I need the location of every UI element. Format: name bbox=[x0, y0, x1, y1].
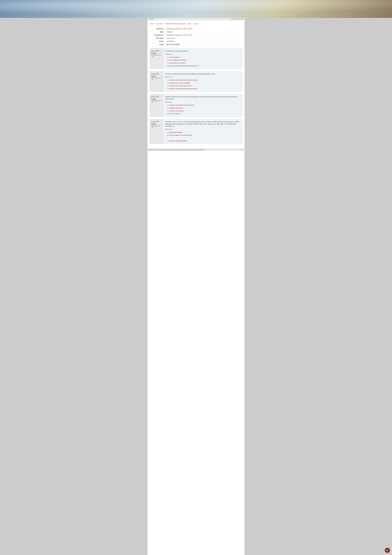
select-one-label-4: Select one: bbox=[165, 128, 240, 130]
question-status-2: Correct bbox=[151, 75, 162, 77]
answer-item-1-2: B. Has a significant disability bbox=[165, 59, 240, 62]
breadcrumb-home[interactable]: Home bbox=[150, 23, 154, 25]
question-points-1: 1.00 points out of 1.00 bbox=[151, 54, 162, 57]
info-row-completed: Completed on Wednesday, February 5, 2020… bbox=[150, 34, 242, 37]
footer-page: 1/7 bbox=[242, 149, 243, 150]
select-one-label-2: Select one: bbox=[165, 76, 240, 78]
check-icon: ✔ bbox=[198, 65, 199, 67]
question-points-2: 1.00 points out of 1.00 bbox=[151, 77, 162, 80]
completed-on-label: Completed on bbox=[150, 34, 165, 37]
points-value: 34.00/35.00 bbox=[165, 40, 242, 43]
answer-item-2-3: C. Students with vision impairments✔ bbox=[165, 84, 240, 87]
page-wrapper: 2/5/2020 Quiz 3: Attempt review Home / M… bbox=[147, 18, 245, 555]
browser-date: 2/5/2020 bbox=[149, 18, 154, 20]
answer-item-1-3: C. Has more than one talent bbox=[165, 62, 240, 65]
question-block-1: Question 1 Correct 1.00 points out of 1.… bbox=[150, 48, 242, 69]
question-label-2: Question 2 bbox=[151, 73, 162, 75]
question-status-3: Correct bbox=[151, 98, 162, 100]
footer-url: https://moodle.ulm.edu/mod/quiz/review.p… bbox=[149, 149, 204, 150]
answer-item-3-3: C. Students with epilepsy bbox=[165, 110, 240, 112]
question-label-1: Question 1 bbox=[151, 50, 162, 52]
answer-item-3-1: A. Students with attention deficit disor… bbox=[165, 104, 240, 107]
answer-item-2-2: B. Students with learning disabilities bbox=[165, 81, 240, 84]
breadcrumb-course[interactable]: SPED4007-64593-Spring 2020 bbox=[165, 23, 185, 25]
completed-on-value: Wednesday, February 5, 2020, 2:16 PM bbox=[165, 34, 242, 37]
time-taken-label: Time taken bbox=[150, 37, 165, 40]
answer-item-3-4: D. All of the above✔ bbox=[165, 112, 240, 115]
info-row-started: Started on Wednesday, February 5, 2020, … bbox=[150, 27, 242, 30]
question-text-2: The term students with high-incidence di… bbox=[165, 73, 240, 75]
question-label-3: Question 3 bbox=[151, 95, 162, 98]
question-block-4: Question 4 Correct 1.00 points out of 1.… bbox=[150, 119, 242, 144]
grade-value: 97.14 out of 100.00 bbox=[165, 43, 242, 46]
answer-item-3-2: B. Students with asthma bbox=[165, 107, 240, 110]
question-text-1: A student who is "twice exceptional" bbox=[165, 50, 240, 52]
answer-item bbox=[165, 137, 240, 139]
floating-icon: ▶ bbox=[386, 549, 388, 552]
grade-label: Grade bbox=[150, 43, 165, 46]
breadcrumb-sep3: / bbox=[186, 23, 186, 25]
answer-item-4-4: D. Specific learning disability✔ bbox=[165, 139, 240, 142]
answer-item-1-1: A. Is multi-disabled bbox=[165, 56, 240, 59]
question-text-4: A disorder in one or more of the basic p… bbox=[165, 121, 240, 127]
header-banner bbox=[0, 0, 392, 18]
question-status-1: Correct bbox=[151, 52, 162, 54]
floating-button[interactable]: ▶ bbox=[385, 548, 390, 553]
question-sidebar-1: Question 1 Correct 1.00 points out of 1.… bbox=[150, 48, 163, 69]
state-label: State bbox=[150, 30, 165, 34]
browser-bar: 2/5/2020 Quiz 3: Attempt review bbox=[147, 18, 245, 20]
question-sidebar-3: Question 3 Correct 1.00 points out of 1.… bbox=[150, 94, 163, 117]
started-on-value: Wednesday, February 5, 2020, 2:12 PM bbox=[165, 27, 242, 30]
question-content-4: A disorder in one or more of the basic p… bbox=[163, 119, 242, 144]
question-points-3: 1.00 points out of 1.00 bbox=[151, 100, 162, 103]
answer-item-4-1: A. Intellectual disability bbox=[165, 131, 240, 134]
select-one-label-1: Select one: bbox=[165, 53, 240, 55]
breadcrumb-sep4: / bbox=[193, 23, 193, 25]
grade-number: 97.14 out of 100.00 bbox=[167, 44, 180, 45]
check-icon: ✔ bbox=[191, 85, 192, 87]
breadcrumb-quiz[interactable]: Quiz 3 bbox=[194, 23, 198, 25]
breadcrumb-topic[interactable]: Topic 3 bbox=[187, 23, 192, 25]
answer-item-2-4: D. Students with speech/language impairm… bbox=[165, 87, 240, 90]
info-row-points: Points 34.00/35.00 bbox=[150, 40, 242, 43]
select-one-label-3: Select one: bbox=[165, 101, 240, 103]
started-on-label: Started on bbox=[150, 27, 165, 30]
question-block-2: Question 2 Correct 1.00 points out of 1.… bbox=[150, 71, 242, 92]
question-status-4: Correct bbox=[151, 123, 162, 125]
question-points-4: 1.00 points out of 1.00 bbox=[151, 125, 162, 128]
question-content-3: Students with which of the following exc… bbox=[163, 94, 242, 117]
question-content-1: A student who is "twice exceptional" Sel… bbox=[163, 48, 242, 69]
breadcrumb: Home / My courses / SPED4007-64593-Sprin… bbox=[150, 22, 242, 25]
answer-item-4-2: B. Central auditory processing disorder bbox=[165, 134, 240, 137]
question-text-3: Students with which of the following exc… bbox=[165, 96, 240, 100]
info-row-grade: Grade 97.14 out of 100.00 bbox=[150, 43, 242, 46]
question-block-3: Question 3 Correct 1.00 points out of 1.… bbox=[150, 94, 242, 117]
question-label-4: Question 4 bbox=[151, 120, 162, 123]
info-row-time: Time taken 4 mins 6 secs bbox=[150, 37, 242, 40]
breadcrumb-sep1: / bbox=[154, 23, 155, 25]
answer-item-1-4: D. Has both disability and gifted charac… bbox=[165, 64, 240, 67]
breadcrumb-mycourses: My courses bbox=[156, 23, 163, 25]
question-sidebar-2: Question 2 Correct 1.00 points out of 1.… bbox=[150, 71, 163, 92]
time-taken-value: 4 mins 6 secs bbox=[165, 37, 242, 40]
check-icon: ✔ bbox=[180, 113, 181, 115]
questions-container: Question 1 Correct 1.00 points out of 1.… bbox=[150, 48, 242, 144]
check-icon: ✔ bbox=[186, 140, 187, 142]
points-label: Points bbox=[150, 40, 165, 43]
breadcrumb-sep2: / bbox=[164, 23, 164, 25]
info-row-state: State Finished bbox=[150, 30, 242, 34]
state-value: Finished bbox=[165, 30, 242, 34]
answer-item-2-1: A. Students with emotional/behavioral di… bbox=[165, 79, 240, 81]
info-table: Started on Wednesday, February 5, 2020, … bbox=[150, 27, 242, 46]
content-area: Home / My courses / SPED4007-64593-Sprin… bbox=[147, 20, 245, 148]
question-content-2: The term students with high-incidence di… bbox=[163, 71, 242, 92]
browser-title: Quiz 3: Attempt review bbox=[231, 18, 243, 20]
page-footer: https://moodle.ulm.edu/mod/quiz/review.p… bbox=[147, 148, 245, 151]
question-sidebar-4: Question 4 Correct 1.00 points out of 1.… bbox=[150, 119, 163, 144]
